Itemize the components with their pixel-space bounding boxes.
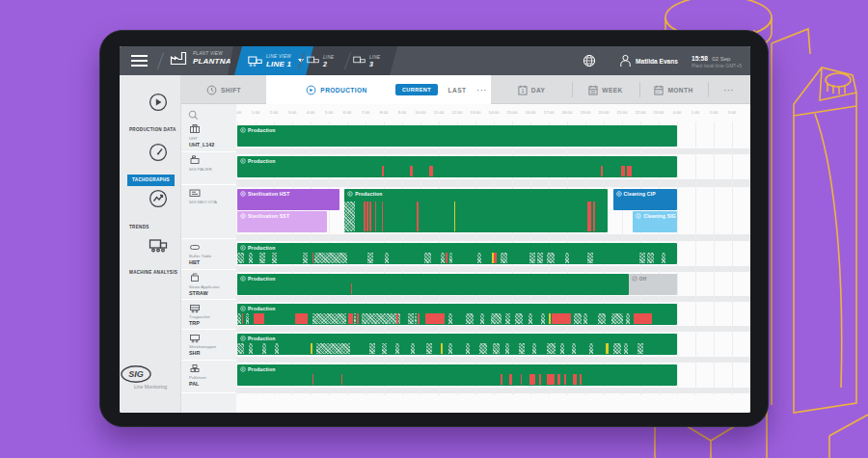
sidebar-item-label: TACHOGRAPHS — [127, 175, 175, 186]
machine-name: Palletizer — [189, 375, 206, 380]
machine-cell-uht-l142[interactable]: UHT UHT_L142 — [181, 121, 236, 152]
machine-name: SIG PACER — [189, 167, 212, 172]
timeline-segment-production[interactable]: Production — [237, 274, 629, 295]
gear-circle-icon — [616, 191, 622, 197]
timeline-segment-production[interactable]: Production — [237, 243, 677, 264]
shift-button[interactable]: SHIFT — [181, 75, 266, 104]
downtime-event — [621, 166, 625, 176]
axis-tick-label: 20:00 — [599, 110, 610, 115]
reduced-speed-event — [477, 253, 482, 263]
tab-line-3[interactable]: LINE 3 — [353, 46, 380, 75]
segment-label: Sterilisation HST — [240, 191, 289, 197]
machine-cell-sig-pacer[interactable]: SIG PACER — [181, 152, 236, 185]
timeline-segment-cleaning-cip[interactable]: Cleaning CIP — [613, 189, 678, 210]
timeline-segment-production[interactable]: Production — [237, 304, 677, 325]
week-button[interactable]: WEEK — [572, 75, 639, 104]
machine-cell-straw[interactable]: Straw Applicator STRAW — [181, 270, 236, 300]
reduced-speed-event — [529, 313, 532, 324]
line-label: LINE — [323, 55, 334, 61]
hour-gridline — [714, 121, 715, 395]
tachograph-timeline: 0:001:002:003:004:005:006:007:008:009:00… — [236, 104, 750, 413]
axis-tick-label: 1:00 — [252, 110, 259, 115]
downtime-event — [580, 374, 582, 385]
reduced-speed-event — [448, 343, 452, 354]
timeline-segment-sterilisation-hst[interactable]: Sterilisation HST — [237, 189, 339, 210]
globe-language-icon[interactable] — [583, 54, 596, 67]
sidebar-item-tachographs[interactable]: TACHOGRAPHS — [120, 143, 181, 186]
reduced-speed-event — [639, 253, 644, 263]
play-circle-icon — [240, 336, 246, 341]
ellipsis-icon: ··· — [477, 86, 488, 94]
axis-tick-label: 13:00 — [471, 110, 481, 115]
reduced-speed-event — [515, 313, 523, 324]
timezone-label: Plant local time GMT+5 — [692, 63, 742, 69]
hamburger-menu-icon[interactable] — [131, 55, 148, 67]
segment-label: Cleaning CIP — [616, 191, 656, 197]
downtime-event — [494, 253, 496, 263]
machine-cell-hbt[interactable]: Buffer Table HBT — [181, 239, 236, 270]
tab-line-2[interactable]: LINE 2 — [307, 46, 334, 75]
downtime-event — [552, 313, 571, 324]
timeline-segment-production[interactable]: Production — [237, 156, 677, 177]
line-machine-icon — [248, 56, 262, 67]
downtime-event — [311, 343, 312, 354]
axis-tick-label: 0:00 — [236, 110, 241, 115]
timeline-segment-cleaning-sig[interactable]: Cleaning SIG 2000 — [633, 211, 677, 232]
day-button[interactable]: 1 DAY — [491, 75, 572, 104]
machine-cell-pal[interactable]: Palletizer PAL — [181, 361, 236, 393]
downtime-event — [341, 374, 342, 385]
reduced-speed-event — [505, 313, 510, 324]
timeline-segment-production[interactable]: Production — [237, 334, 677, 355]
timeline-segment-production[interactable]: Production — [344, 189, 608, 232]
reduced-speed-event — [367, 253, 373, 263]
production-button[interactable]: PRODUCTION — [293, 75, 380, 104]
more-range-button[interactable]: ··· — [473, 75, 492, 104]
more-view-button[interactable]: ··· — [708, 75, 750, 104]
axis-tick-label: 2:00 — [710, 110, 718, 115]
reduced-speed-event — [369, 343, 375, 354]
current-date: 02 Sep — [712, 56, 730, 62]
month-button[interactable]: MONTH — [639, 75, 708, 104]
axis-tick-label: 1:00 — [692, 110, 699, 115]
timeline-segment-production[interactable]: Production — [237, 364, 677, 386]
reduced-speed-event — [491, 313, 502, 324]
calendar-week-icon — [588, 85, 598, 95]
downtime-event — [539, 374, 541, 385]
timeline-segment-production[interactable]: Production — [237, 125, 677, 147]
reduced-speed-event — [574, 313, 582, 324]
last-button[interactable]: LAST — [442, 75, 473, 104]
downtime-event — [425, 313, 445, 324]
sidebar-item-machine-analysis[interactable]: MACHINE ANALYSIS — [120, 235, 181, 278]
downtime-event — [501, 374, 502, 385]
machine-name: Traypacker — [189, 314, 210, 319]
downtime-event — [242, 313, 244, 324]
axis-tick-label: 2:00 — [270, 110, 278, 115]
reduced-speed-event — [441, 253, 446, 263]
time-range-toolbar: SHIFT PRODUCTION CURRENT LAST ··· — [181, 75, 750, 104]
segment-label: Production — [240, 336, 275, 341]
machine-cell-trp[interactable]: Traypacker TRP — [181, 300, 236, 330]
axis-tick-label: 16:00 — [526, 110, 536, 115]
sidebar-item-trends[interactable]: TRENDS — [120, 189, 181, 232]
user-icon[interactable] — [619, 54, 632, 67]
downtime-event — [593, 202, 595, 231]
downtime-event — [634, 313, 652, 324]
machine-cell-shr[interactable]: Shrinkwrapper SHR — [181, 330, 236, 361]
timeline-segment-sterilisation-sst[interactable]: Sterilisation SST — [237, 211, 327, 232]
user-name[interactable]: Matilda Evans — [636, 58, 678, 65]
machine-cell-sig-neo-vita[interactable]: SIG NEO VITA — [181, 185, 236, 239]
reduced-speed-event — [312, 313, 347, 324]
line-monitoring-label: Line Monitoring — [120, 384, 181, 390]
axis-tick-label: 8:00 — [380, 110, 388, 115]
downtime-event — [351, 283, 353, 294]
sidebar-item-production-data[interactable]: PRODUCTION DATA — [120, 93, 181, 135]
machine-name: UHT — [189, 136, 198, 141]
machine-name: Buffer Table — [189, 254, 211, 258]
production-range-segment: PRODUCTION CURRENT LAST ··· — [266, 75, 491, 104]
reduced-speed-event — [537, 253, 543, 263]
current-button[interactable]: CURRENT — [395, 75, 438, 104]
timeline-segment-off[interactable]: Off — [629, 274, 677, 295]
reduced-speed-event — [587, 253, 593, 263]
svg-text:1: 1 — [521, 88, 524, 94]
search-icon[interactable] — [188, 110, 199, 121]
